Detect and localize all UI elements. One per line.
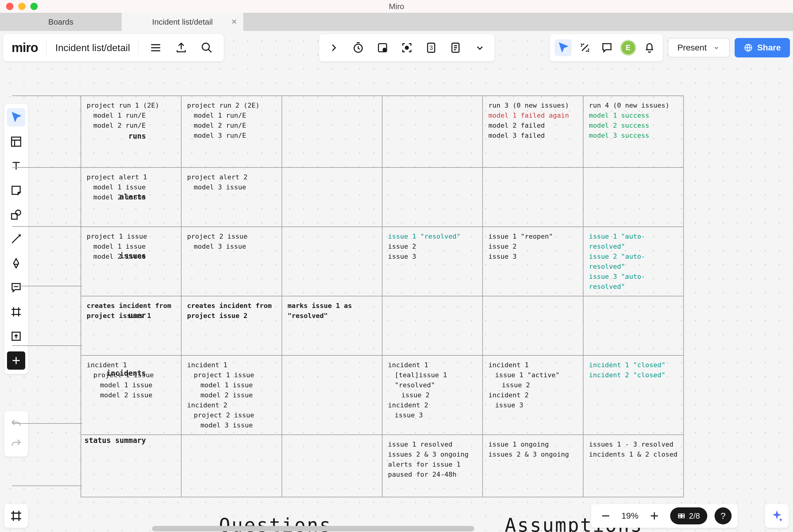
row-runs: project run 1 (2E)model 1 run/Emodel 2 r… (81, 96, 683, 168)
cell[interactable]: issue 1 "resolved"issue 2issue 3 (382, 227, 483, 296)
row-label-user: user (80, 311, 146, 320)
board-title[interactable]: Incident list/detail (55, 42, 130, 54)
upload-tool-icon[interactable] (7, 327, 25, 345)
tab-strip: Boards Incident list/detail ✕ (0, 13, 793, 31)
svg-rect-15 (678, 516, 681, 518)
pen-tool-icon[interactable] (7, 254, 25, 272)
cell[interactable] (583, 168, 683, 227)
cell[interactable] (483, 296, 583, 355)
voting-icon[interactable]: 3 (423, 39, 440, 56)
cell[interactable]: issue 1 resolvedissues 2 & 3 ongoingaler… (382, 435, 483, 497)
share-button[interactable]: Share (735, 38, 790, 57)
help-icon[interactable]: ? (715, 507, 732, 525)
svg-rect-13 (678, 514, 681, 516)
cell[interactable]: incident 1issue 1 "active"issue 2inciden… (483, 355, 583, 435)
row-label-status: status summary (80, 436, 146, 445)
select-tool-icon[interactable] (7, 108, 25, 127)
cell[interactable]: project run 2 (2E)model 1 run/Emodel 2 r… (181, 96, 282, 168)
focus-mode-icon[interactable] (398, 39, 415, 56)
horizontal-scrollbar[interactable] (152, 526, 474, 531)
cell[interactable] (583, 296, 683, 355)
cell[interactable] (282, 168, 382, 227)
more-apps-icon[interactable] (471, 39, 488, 56)
cell[interactable]: project 2 issuemodel 3 issue (181, 227, 282, 296)
sticky-note-tool-icon[interactable] (7, 181, 25, 200)
header-left: miro Incident list/detail (3, 34, 224, 61)
frame-pager[interactable]: 2/8 (670, 507, 707, 525)
cell[interactable]: issue 1 "reopen"issue 2issue 3 (483, 227, 583, 296)
notes-icon[interactable] (447, 39, 464, 56)
zoom-controls: 19% 2/8 ? (591, 504, 738, 528)
cell[interactable]: issue 1 ongoingissues 2 & 3 ongoing (483, 435, 583, 497)
present-button[interactable]: Present (668, 38, 730, 57)
close-tab-icon[interactable]: ✕ (231, 18, 237, 26)
frames-panel-icon[interactable] (4, 504, 28, 528)
zoom-out-icon[interactable] (597, 507, 614, 525)
add-more-tools-icon[interactable] (7, 352, 25, 370)
close-window-icon[interactable] (6, 3, 13, 10)
cell[interactable] (282, 435, 382, 497)
hide-frames-icon[interactable] (374, 39, 391, 56)
line-tool-icon[interactable] (7, 230, 25, 248)
cursor-tool-icon[interactable] (554, 39, 572, 56)
avatar-initial: E (626, 43, 630, 52)
cell[interactable] (282, 96, 382, 168)
export-icon[interactable] (173, 39, 190, 56)
comment-tool-icon[interactable] (7, 279, 25, 297)
divider (46, 40, 47, 55)
cell[interactable] (181, 435, 282, 497)
ai-assist-icon[interactable] (765, 504, 789, 528)
svg-point-4 (405, 46, 408, 49)
search-icon[interactable] (198, 39, 215, 56)
cell[interactable]: incident 1[teal]issue 1 "resolved"issue … (382, 355, 483, 435)
expand-panel-icon[interactable] (325, 39, 342, 56)
shape-tool-icon[interactable] (7, 206, 25, 224)
cell[interactable] (282, 227, 382, 296)
row-issues: project 1 issuemodel 1 issuemodel 2 issu… (81, 227, 683, 296)
cell[interactable] (382, 96, 483, 168)
divider (138, 40, 139, 55)
maximize-window-icon[interactable] (31, 3, 38, 10)
cell[interactable]: project run 1 (2E)model 1 run/Emodel 2 r… (81, 96, 181, 168)
cell[interactable] (282, 355, 382, 435)
cell[interactable]: incident 1 "closed"incident 2 "closed" (583, 355, 683, 435)
cell[interactable]: incident 1project 1 issuemodel 1 issuemo… (181, 355, 282, 435)
cell[interactable]: issue 1 "auto-resolved"issue 2 "auto-res… (583, 227, 683, 296)
cell[interactable]: run 4 (0 new issues)model 1 successmodel… (583, 96, 683, 168)
cell[interactable] (483, 168, 583, 227)
redo-icon[interactable] (7, 435, 25, 452)
cell[interactable]: project 1 issuemodel 1 issuemodel 2 issu… (81, 227, 181, 296)
timer-icon[interactable] (350, 39, 367, 56)
cell[interactable]: project alert 2model 3 issue (181, 168, 282, 227)
notifications-icon[interactable] (641, 39, 658, 56)
zoom-percentage[interactable]: 19% (622, 511, 639, 521)
hamburger-menu-icon[interactable] (147, 39, 164, 56)
minimize-window-icon[interactable] (18, 3, 25, 10)
frame-tool-icon[interactable] (7, 303, 25, 321)
comments-icon[interactable] (599, 39, 616, 56)
workspace[interactable]: miro Incident list/detail 3 E Present (0, 31, 793, 532)
svg-text:3: 3 (429, 44, 433, 51)
left-toolbar (4, 104, 28, 374)
undo-icon[interactable] (7, 415, 25, 432)
row-status: issue 1 resolvedissues 2 & 3 ongoingaler… (81, 435, 683, 497)
miro-logo[interactable]: miro (12, 40, 38, 55)
cell[interactable]: incident 1project 1 issuemodel 1 issuemo… (81, 355, 181, 435)
reactions-icon[interactable] (577, 39, 593, 56)
tab-boards[interactable]: Boards (0, 13, 121, 31)
cell[interactable]: creates incident from project issues 1 (81, 296, 181, 355)
user-avatar[interactable]: E (620, 40, 636, 56)
cell[interactable]: marks issue 1 as "resolved" (282, 296, 382, 355)
cell[interactable]: issues 1 - 3 resolvedincidents 1 & 2 clo… (583, 435, 683, 497)
cell[interactable]: creates incident from project issue 2 (181, 296, 282, 355)
zoom-in-icon[interactable] (646, 507, 663, 525)
cell[interactable] (382, 296, 483, 355)
template-tool-icon[interactable] (7, 133, 25, 151)
cell[interactable] (382, 168, 483, 227)
row-alerts: project alert 1model 1 issuemodel 2 issu… (81, 168, 683, 227)
tab-incident-list-detail[interactable]: Incident list/detail ✕ (121, 13, 243, 31)
cell[interactable]: run 3 (0 new issues)model 1 failed again… (483, 96, 583, 168)
canvas-table[interactable]: runs alerts issues user incidents status… (80, 95, 684, 497)
present-label: Present (677, 43, 707, 53)
text-tool-icon[interactable] (7, 157, 25, 175)
